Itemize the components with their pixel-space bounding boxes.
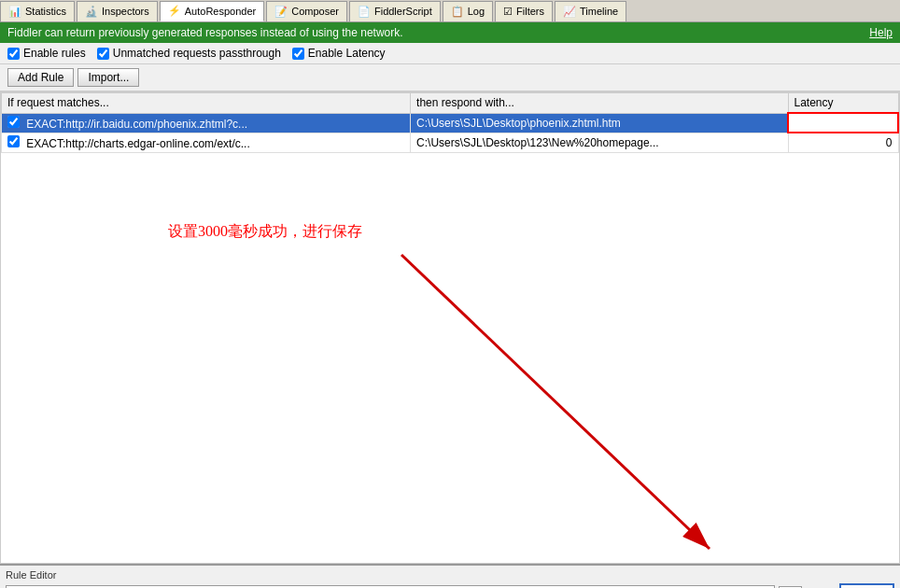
unmatched-passthrough-text: Unmatched requests passthrough — [113, 47, 281, 60]
enable-rules-checkbox[interactable] — [7, 48, 20, 60]
rules-table: If request matches... then respond with.… — [1, 92, 899, 153]
tab-timeline-label: Timeline — [580, 6, 618, 17]
col-header-request: If request matches... — [2, 93, 411, 114]
info-bar: Fiddler can return previously generated … — [0, 22, 900, 43]
row1-respond: C:\Users\SJL\Desktop\phoenix.zhtml.htm — [411, 113, 788, 133]
options-bar: Enable rules Unmatched requests passthro… — [0, 43, 900, 64]
rule-editor: Rule Editor ▼ Test... Save ▼ Match only … — [0, 564, 900, 588]
tab-composer[interactable]: 📝 Composer — [266, 1, 347, 21]
table-row[interactable]: EXACT:http://ir.baidu.com/phoenix.zhtml?… — [2, 113, 899, 133]
statistics-icon: 📊 — [8, 6, 21, 18]
main-area: If request matches... then respond with.… — [0, 91, 900, 564]
log-icon: 📋 — [451, 6, 464, 18]
col-header-respond: then respond with... — [411, 93, 788, 114]
autoresponder-icon: ⚡ — [168, 5, 181, 17]
tab-log[interactable]: 📋 Log — [443, 1, 493, 21]
row2-respond: C:\Users\SJL\Desktop\123\New%20homepage.… — [411, 133, 788, 152]
table-row[interactable]: EXACT:http://charts.edgar-online.com/ext… — [2, 133, 899, 152]
col-header-latency: Latency — [788, 93, 898, 114]
tab-filters[interactable]: ☑ Filters — [495, 1, 553, 21]
tab-fiddlerscript[interactable]: 📄 FiddlerScript — [349, 1, 441, 21]
tab-inspectors-label: Inspectors — [102, 6, 149, 17]
row1-latency: 3000 — [788, 113, 898, 133]
row1-checkbox[interactable] — [7, 116, 20, 128]
tab-filters-label: Filters — [516, 6, 544, 17]
unmatched-passthrough-checkbox[interactable] — [97, 48, 109, 60]
tab-inspectors[interactable]: 🔬 Inspectors — [77, 1, 158, 21]
tab-fiddlerscript-label: FiddlerScript — [374, 6, 432, 17]
help-link[interactable]: Help — [869, 26, 893, 39]
enable-latency-checkbox[interactable] — [292, 48, 304, 60]
enable-latency-text: Enable Latency — [308, 47, 386, 60]
enable-latency-label[interactable]: Enable Latency — [292, 47, 386, 60]
enable-rules-checkbox-label[interactable]: Enable rules — [7, 47, 86, 60]
tab-composer-label: Composer — [291, 6, 339, 17]
tab-statistics-label: Statistics — [25, 6, 66, 17]
row2-checkbox[interactable] — [7, 135, 20, 147]
tab-log-label: Log — [468, 6, 485, 17]
info-message: Fiddler can return previously generated … — [7, 26, 403, 39]
row1-request: EXACT:http://ir.baidu.com/phoenix.zhtml?… — [2, 113, 411, 133]
tab-timeline[interactable]: 📈 Timeline — [555, 1, 626, 21]
tab-autoresponder-label: AutoResponder — [185, 6, 256, 17]
composer-icon: 📝 — [274, 6, 288, 18]
tab-autoresponder[interactable]: ⚡ AutoResponder — [160, 1, 264, 21]
tab-bar: 📊 Statistics 🔬 Inspectors ⚡ AutoResponde… — [0, 0, 900, 22]
add-rule-button[interactable]: Add Rule — [7, 68, 74, 87]
toolbar: Add Rule Import... — [0, 64, 900, 91]
timeline-icon: 📈 — [563, 6, 576, 18]
inspectors-icon: 🔬 — [85, 6, 98, 18]
save-button[interactable]: Save — [839, 583, 894, 588]
unmatched-passthrough-label[interactable]: Unmatched requests passthrough — [97, 47, 281, 60]
rule-editor-title: Rule Editor — [6, 569, 894, 581]
row2-latency: 0 — [788, 133, 898, 152]
filters-icon: ☑ — [503, 6, 513, 18]
enable-rules-label: Enable rules — [23, 47, 86, 60]
fiddlerscript-icon: 📄 — [358, 6, 371, 18]
rule-editor-request-row: ▼ Test... Save — [6, 583, 894, 588]
row2-request: EXACT:http://charts.edgar-online.com/ext… — [2, 133, 411, 152]
rules-table-container: If request matches... then respond with.… — [0, 91, 900, 564]
tab-statistics[interactable]: 📊 Statistics — [0, 1, 75, 21]
import-button[interactable]: Import... — [77, 68, 139, 87]
